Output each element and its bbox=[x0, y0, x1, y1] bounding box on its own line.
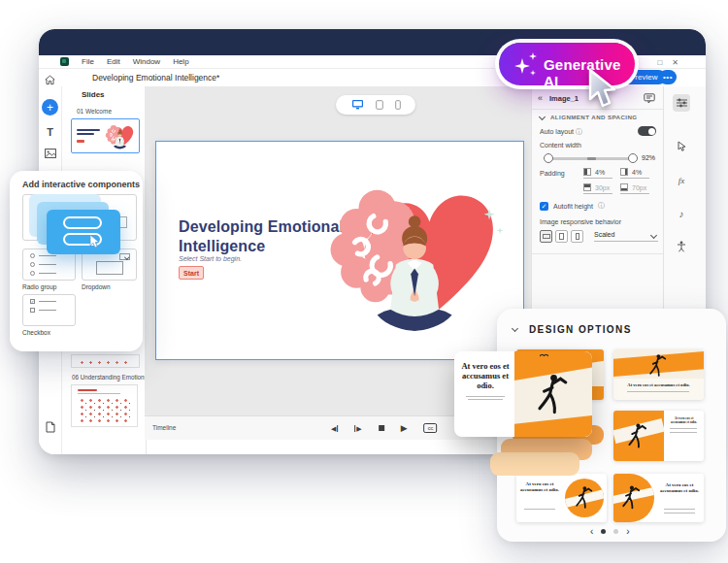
design-thumb-2[interactable]: At vero eos et accusamus et odio. bbox=[613, 349, 704, 400]
playback-controls: ◀ ▶ ▶ CC bbox=[331, 416, 438, 440]
design-thumb-5[interactable]: At vero eos et accusamus et odio. bbox=[613, 474, 704, 522]
design-thumb-3[interactable]: At vero eos et accusamus et odio. bbox=[613, 411, 704, 461]
closed-captions-icon[interactable]: CC bbox=[424, 423, 438, 433]
page-dot-active[interactable] bbox=[601, 529, 606, 534]
menu-edit[interactable]: Edit bbox=[107, 57, 120, 66]
auto-layout-toggle[interactable] bbox=[638, 126, 656, 136]
responsive-behavior-select[interactable]: Scaled bbox=[594, 231, 658, 242]
padding-bottom-field[interactable]: 70px bbox=[620, 183, 649, 194]
components-panel-title: Add interactive components bbox=[22, 180, 140, 189]
document-title: Developing Emotional Intelligence* bbox=[92, 73, 219, 83]
audio-icon[interactable]: ♪ bbox=[673, 205, 690, 222]
dragged-design-card[interactable]: At vero eos et accusamus et odio. bbox=[454, 351, 592, 437]
padding-bottom-icon bbox=[620, 183, 628, 191]
text-tool-icon[interactable]: T bbox=[42, 123, 58, 140]
padding-left-icon bbox=[583, 168, 591, 176]
padding-top-icon bbox=[583, 183, 591, 191]
drag-ghost-card bbox=[490, 452, 579, 476]
slider-max-handle[interactable] bbox=[628, 153, 638, 163]
accessibility-icon[interactable] bbox=[673, 238, 690, 255]
image-tool-icon[interactable] bbox=[42, 145, 58, 161]
add-slide-button[interactable]: + bbox=[42, 99, 58, 116]
padding-top-field[interactable]: 30px bbox=[583, 183, 612, 194]
close-icon[interactable]: ✕ bbox=[672, 58, 678, 67]
responsive-desktop-button[interactable] bbox=[540, 230, 552, 243]
start-button[interactable]: Start bbox=[179, 266, 204, 280]
notes-tool-icon[interactable] bbox=[42, 418, 58, 435]
autofit-height-label: Autofit height bbox=[553, 203, 593, 210]
stop-icon[interactable] bbox=[379, 425, 384, 431]
timeline-label: Timeline bbox=[152, 424, 176, 431]
design-pagination: ‹ › bbox=[590, 526, 630, 537]
responsive-phone-button[interactable] bbox=[571, 230, 583, 243]
interactions-pointer-icon[interactable] bbox=[673, 137, 690, 154]
design-thumb-text: At vero eos et accusamus et odio. bbox=[519, 481, 560, 494]
sparkles-icon bbox=[513, 51, 540, 79]
menu-window[interactable]: Window bbox=[133, 57, 160, 66]
responsive-tablet-button[interactable] bbox=[555, 230, 568, 243]
slide-01-thumbnail[interactable] bbox=[71, 118, 140, 153]
collapse-design-options-icon[interactable] bbox=[512, 325, 518, 332]
step-forward-icon[interactable]: ▶ bbox=[354, 425, 361, 432]
slides-panel-title: Slides bbox=[82, 90, 105, 99]
play-icon[interactable]: ▶ bbox=[401, 425, 408, 432]
slider-min-handle[interactable] bbox=[544, 153, 553, 163]
menu-help[interactable]: Help bbox=[173, 57, 188, 66]
collapse-panel-icon[interactable]: « bbox=[538, 93, 543, 103]
dragged-component-card[interactable] bbox=[47, 210, 120, 254]
design-thumb-text: At vero eos et accusamus et odio. bbox=[668, 416, 700, 424]
meditation-illustration[interactable] bbox=[319, 167, 515, 346]
chevron-down-icon bbox=[650, 232, 657, 239]
window-controls: □ ✕ bbox=[657, 55, 678, 69]
tablet-preview-icon[interactable] bbox=[376, 96, 383, 114]
bird-icon bbox=[540, 353, 548, 357]
menu-file[interactable]: File bbox=[82, 57, 94, 66]
desktop-preview-icon[interactable] bbox=[351, 96, 364, 114]
slide-subtitle[interactable]: Select Start to begin. bbox=[179, 255, 242, 262]
slide-05-thumbnail-partial[interactable] bbox=[71, 354, 140, 368]
section-alignment-spacing[interactable]: ALIGNMENT AND SPACING bbox=[540, 114, 664, 120]
auto-layout-label: Auto layout bbox=[540, 128, 574, 135]
page-dot[interactable] bbox=[613, 529, 618, 534]
design-thumb-text: At vero eos et accusamus et odio. bbox=[658, 482, 701, 495]
captivate-logo-icon bbox=[60, 57, 69, 66]
effects-icon[interactable]: fx bbox=[673, 172, 690, 189]
slide-canvas[interactable]: Developing Emotional Intelligence Select… bbox=[155, 141, 524, 360]
radio-group-label: Radio group bbox=[22, 283, 56, 290]
responsive-behavior-label: Image responsive behavior bbox=[540, 218, 672, 225]
checkbox-label: Checkbox bbox=[22, 329, 50, 336]
content-width-label: Content width bbox=[540, 142, 672, 149]
design-thumb-text: At vero eos et accusamus et odio. bbox=[617, 382, 700, 387]
device-preview-toggle bbox=[336, 95, 415, 115]
padding-right-field[interactable]: 4% bbox=[620, 168, 649, 179]
drag-card-text: At vero eos et accusamus et odio. bbox=[461, 361, 510, 390]
component-card-checkbox[interactable]: ✓ bbox=[22, 294, 76, 326]
phone-preview-icon[interactable] bbox=[395, 96, 401, 114]
autofit-height-checkbox[interactable]: ✓ bbox=[540, 202, 548, 211]
design-options-title: DESIGN OPTIONS bbox=[529, 324, 632, 335]
drag-card-artwork bbox=[514, 351, 592, 437]
more-options-button[interactable]: ••• bbox=[659, 70, 677, 84]
slide-06-label: 06 Understanding Emotions bbox=[72, 374, 149, 381]
slide-06-thumbnail[interactable] bbox=[71, 384, 138, 427]
page-next-icon[interactable]: › bbox=[626, 526, 629, 537]
design-thumb-4[interactable]: At vero eos et accusamus et odio. bbox=[516, 474, 607, 522]
content-width-value: 92% bbox=[642, 154, 655, 161]
properties-sliders-icon[interactable] bbox=[673, 94, 690, 112]
padding-left-field[interactable]: 4% bbox=[583, 168, 612, 179]
page-prev-icon[interactable]: ‹ bbox=[590, 526, 593, 537]
slide-01-label: 01 Welcome bbox=[77, 108, 112, 115]
dropdown-label: Dropdown bbox=[82, 283, 111, 290]
maximize-icon[interactable]: □ bbox=[657, 58, 662, 67]
content-width-slider[interactable] bbox=[547, 157, 635, 160]
cursor-icon bbox=[89, 235, 102, 249]
mouse-cursor-icon bbox=[586, 68, 623, 113]
info-icon: ⓘ bbox=[598, 201, 605, 211]
selected-object-name: Image_1 bbox=[549, 94, 579, 103]
padding-right-icon bbox=[620, 168, 628, 176]
info-icon: ⓘ bbox=[576, 128, 582, 135]
step-back-icon[interactable]: ◀ bbox=[331, 425, 338, 432]
page: File Edit Window Help □ ✕ Developing Emo… bbox=[0, 0, 728, 563]
panel-display-icon[interactable] bbox=[644, 93, 655, 105]
